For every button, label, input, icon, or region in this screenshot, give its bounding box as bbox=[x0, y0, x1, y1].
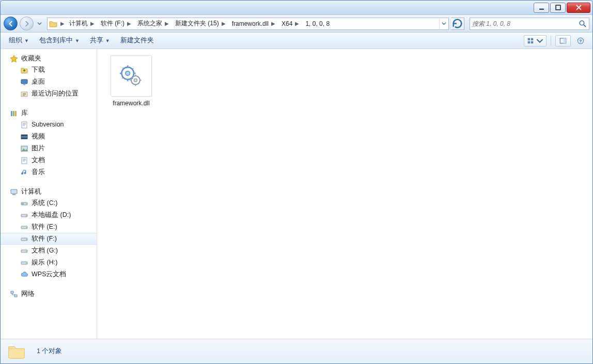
svg-point-42 bbox=[126, 71, 130, 75]
sidebar-item-desktop[interactable]: 桌面 bbox=[1, 76, 97, 88]
separator bbox=[551, 36, 551, 46]
svg-rect-24 bbox=[11, 189, 17, 194]
svg-text:?: ? bbox=[580, 39, 582, 43]
svg-rect-5 bbox=[528, 41, 530, 43]
svg-rect-39 bbox=[11, 291, 13, 293]
chevron-right-icon[interactable]: ▶ bbox=[89, 21, 96, 26]
chevron-down-icon: ▼ bbox=[24, 38, 29, 43]
computer-icon bbox=[10, 188, 18, 196]
file-item[interactable]: framework.dll bbox=[106, 55, 156, 107]
organize-button[interactable]: 组织▼ bbox=[5, 35, 33, 46]
sidebar-header-libraries[interactable]: 库 bbox=[1, 108, 97, 119]
svg-rect-17 bbox=[22, 122, 27, 128]
breadcrumb-segment[interactable]: 系统之家▶ bbox=[134, 18, 172, 29]
svg-point-32 bbox=[26, 227, 27, 228]
status-text: 1 个对象 bbox=[37, 347, 62, 356]
sidebar-item-pictures[interactable]: 图片 bbox=[1, 143, 97, 154]
video-icon bbox=[20, 133, 28, 141]
new-folder-button[interactable]: 新建文件夹 bbox=[116, 35, 158, 46]
search-input[interactable] bbox=[472, 20, 579, 27]
download-icon bbox=[20, 66, 28, 74]
maximize-button[interactable] bbox=[550, 3, 566, 13]
drive-icon bbox=[20, 235, 28, 243]
sidebar-item-drive-e[interactable]: 软件 (E:) bbox=[1, 221, 97, 233]
svg-point-2 bbox=[580, 21, 584, 25]
chevron-down-icon: ▼ bbox=[105, 38, 110, 43]
breadcrumb-segment[interactable]: framework.dll▶ bbox=[229, 18, 278, 29]
sidebar-item-label: 下载 bbox=[32, 66, 45, 74]
breadcrumb-segment[interactable]: 新建文件夹 (15)▶ bbox=[172, 18, 229, 29]
library-icon bbox=[10, 109, 18, 118]
file-thumbnail bbox=[111, 55, 152, 97]
sidebar-item-subversion[interactable]: Subversion bbox=[1, 119, 97, 131]
breadcrumb-segment[interactable]: 软件 (F:)▶ bbox=[98, 18, 134, 29]
desktop-icon bbox=[20, 78, 28, 86]
chevron-right-icon[interactable]: ▶ bbox=[220, 21, 227, 26]
drive-icon bbox=[20, 211, 28, 219]
svg-rect-0 bbox=[539, 9, 544, 10]
sidebar-item-label: 视频 bbox=[32, 132, 45, 141]
sidebar-item-downloads[interactable]: 下载 bbox=[1, 64, 97, 76]
svg-point-44 bbox=[134, 78, 137, 82]
sidebar-item-label: 娱乐 (H:) bbox=[32, 258, 57, 267]
sidebar-item-documents[interactable]: 文档 bbox=[1, 154, 97, 166]
sidebar-header-computer[interactable]: 计算机 bbox=[1, 186, 97, 197]
close-button[interactable] bbox=[567, 3, 590, 13]
search-box[interactable] bbox=[470, 18, 589, 30]
drive-icon bbox=[20, 247, 28, 255]
sidebar-item-music[interactable]: 音乐 bbox=[1, 166, 97, 178]
chevron-right-icon[interactable]: ▶ bbox=[126, 21, 133, 26]
address-bar[interactable]: ▶ 计算机▶ 软件 (F:)▶ 系统之家▶ 新建文件夹 (15)▶ framew… bbox=[47, 18, 449, 30]
chevron-right-icon[interactable]: ▶ bbox=[59, 21, 66, 26]
chevron-right-icon[interactable]: ▶ bbox=[270, 21, 277, 26]
breadcrumb-segment[interactable]: 计算机▶ bbox=[66, 18, 98, 29]
folder-icon bbox=[7, 342, 26, 361]
include-in-library-button[interactable]: 包含到库中▼ bbox=[35, 35, 84, 46]
recent-icon bbox=[20, 90, 28, 98]
sidebar-item-recent[interactable]: 最近访问的位置 bbox=[1, 88, 97, 100]
sidebar-header-favorites[interactable]: 收藏夹 bbox=[1, 53, 97, 64]
minimize-button[interactable] bbox=[534, 3, 549, 13]
toolbar: 组织▼ 包含到库中▼ 共享▼ 新建文件夹 ? bbox=[1, 33, 592, 49]
svg-point-38 bbox=[26, 262, 27, 263]
svg-rect-8 bbox=[564, 38, 566, 43]
back-button[interactable] bbox=[4, 17, 18, 30]
sidebar-item-label: 音乐 bbox=[32, 168, 45, 177]
change-view-button[interactable] bbox=[524, 35, 547, 46]
svg-point-34 bbox=[26, 239, 27, 240]
address-history-dropdown[interactable] bbox=[439, 18, 448, 29]
svg-rect-25 bbox=[12, 194, 15, 195]
svg-rect-27 bbox=[22, 203, 24, 204]
titlebar bbox=[1, 1, 592, 15]
navbar: ▶ 计算机▶ 软件 (F:)▶ 系统之家▶ 新建文件夹 (15)▶ framew… bbox=[1, 15, 592, 33]
search-icon[interactable] bbox=[579, 20, 587, 28]
sidebar-item-label: 图片 bbox=[32, 144, 45, 153]
sidebar-item-drive-g[interactable]: 文档 (G:) bbox=[1, 245, 97, 257]
sidebar-item-drive-d[interactable]: 本地磁盘 (D:) bbox=[1, 209, 97, 221]
sidebar-item-drive-f[interactable]: 软件 (F:) bbox=[1, 233, 97, 245]
sidebar-item-videos[interactable]: 视频 bbox=[1, 131, 97, 143]
help-button[interactable]: ? bbox=[573, 35, 588, 46]
sidebar-header-network[interactable]: 网络 bbox=[1, 289, 97, 299]
sidebar-item-drive-h[interactable]: 娱乐 (H:) bbox=[1, 257, 97, 268]
breadcrumb-segment[interactable]: 1, 0, 0, 8 bbox=[302, 18, 331, 29]
sidebar-item-label: 软件 (F:) bbox=[32, 234, 57, 243]
sidebar-item-wps-cloud[interactable]: WPS云文档 bbox=[1, 268, 97, 280]
sidebar-item-drive-c[interactable]: 系统 (C:) bbox=[1, 197, 97, 209]
music-icon bbox=[20, 168, 28, 177]
svg-rect-20 bbox=[21, 138, 27, 139]
sidebar-item-label: 软件 (E:) bbox=[32, 223, 57, 231]
forward-button[interactable] bbox=[20, 17, 34, 30]
history-dropdown[interactable] bbox=[36, 17, 43, 30]
network-icon bbox=[10, 290, 18, 298]
chevron-right-icon[interactable]: ▶ bbox=[293, 21, 301, 26]
refresh-button[interactable] bbox=[451, 18, 464, 30]
sidebar-item-label: 最近访问的位置 bbox=[32, 89, 79, 98]
preview-pane-button[interactable] bbox=[555, 35, 571, 46]
share-button[interactable]: 共享▼ bbox=[86, 35, 114, 46]
svg-rect-19 bbox=[21, 135, 27, 136]
chevron-right-icon[interactable]: ▶ bbox=[163, 21, 170, 26]
breadcrumb-segment[interactable]: X64▶ bbox=[278, 18, 302, 29]
sidebar-item-label: 桌面 bbox=[32, 77, 45, 86]
content-area[interactable]: framework.dll bbox=[97, 49, 592, 339]
